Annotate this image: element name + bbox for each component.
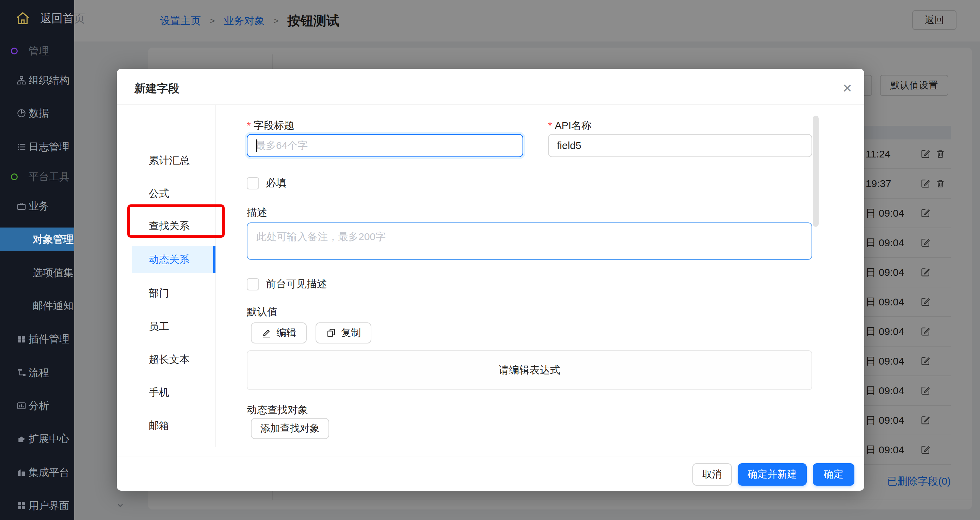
api-name-label: *API名称: [548, 119, 592, 133]
default-value-label: 默认值: [247, 305, 277, 319]
org-icon: [16, 75, 27, 86]
copy-expression-button[interactable]: 复制: [315, 322, 371, 344]
sidebar-item-analytics[interactable]: 分析: [0, 396, 74, 415]
front-visible-checkbox-row: 前台可见描述: [247, 277, 327, 291]
sidebar-item-plugin-management[interactable]: 插件管理: [0, 330, 74, 349]
tab-employee[interactable]: 员工: [132, 313, 215, 340]
bar-chart-icon: [16, 401, 27, 411]
pencil-icon: [261, 328, 272, 338]
sidebar-item-user-interface[interactable]: 用户界面: [0, 496, 74, 515]
field-title-label: *字段标题: [247, 119, 294, 133]
sidebar-item-extension-center[interactable]: 扩展中心: [0, 429, 74, 448]
sidebar-item-org-structure[interactable]: 组织结构: [0, 71, 74, 90]
front-visible-checkbox-label: 前台可见描述: [266, 277, 327, 291]
sidebar-item-option-value-set[interactable]: 选项值集: [0, 263, 74, 282]
tab-dynamic-relation[interactable]: 动态关系: [132, 246, 215, 273]
list-icon: [16, 142, 27, 152]
grid-icon: [16, 501, 27, 511]
tab-integer[interactable]: 整数: [132, 445, 215, 447]
edit-expression-button[interactable]: 编辑: [251, 322, 307, 344]
ring-green-icon: [11, 173, 18, 180]
new-field-modal: 新建字段 ✕ 累计汇总 公式 查找关系 动态关系 部门 员工 超长文本 手机 邮…: [117, 69, 864, 491]
copy-icon: [326, 328, 336, 338]
grid-icon: [16, 334, 27, 344]
modal-body: 累计汇总 公式 查找关系 动态关系 部门 员工 超长文本 手机 邮箱 整数 多选…: [117, 105, 864, 447]
home-icon: [15, 11, 31, 26]
text-caret: [256, 140, 257, 152]
required-checkbox-label: 必填: [266, 176, 286, 190]
tab-email[interactable]: 邮箱: [132, 412, 215, 439]
tab-rollup-summary[interactable]: 累计汇总: [132, 147, 215, 174]
front-visible-checkbox[interactable]: [247, 278, 259, 290]
tabs-divider: [215, 105, 216, 447]
app-root: 返回首页 管理 组织结构 数据 日志管理 平台工具 业务 对象管理: [0, 0, 980, 520]
confirm-and-new-button[interactable]: 确定并新建: [738, 463, 807, 486]
pie-icon: [16, 108, 27, 118]
add-lookup-object-button[interactable]: 添加查找对象: [251, 418, 329, 439]
sidebar-item-object-management[interactable]: 对象管理: [0, 228, 74, 251]
tab-formula[interactable]: 公式: [132, 180, 215, 207]
required-checkbox-row: 必填: [247, 176, 286, 190]
dynamic-lookup-label: 动态查找对象: [247, 403, 308, 417]
tab-long-text[interactable]: 超长文本: [132, 346, 215, 373]
building-icon: [16, 467, 27, 477]
modal-scrollbar-thumb[interactable]: [813, 116, 819, 227]
sidebar-item-business[interactable]: 业务: [0, 197, 74, 216]
tab-mobile[interactable]: 手机: [132, 379, 215, 406]
sidebar: 返回首页 管理 组织结构 数据 日志管理 平台工具 业务 对象管理: [0, 0, 74, 520]
expression-box[interactable]: 请编辑表达式: [247, 350, 812, 390]
sidebar-home[interactable]: 返回首页: [0, 8, 74, 29]
tab-lookup-relation[interactable]: 查找关系: [132, 212, 215, 239]
sidebar-group-admin[interactable]: 管理: [0, 41, 74, 60]
sidebar-item-data[interactable]: 数据: [0, 104, 74, 123]
modal-footer-divider: [117, 456, 864, 457]
tab-department[interactable]: 部门: [132, 279, 215, 307]
puzzle-icon: [16, 434, 27, 444]
sidebar-item-workflow[interactable]: 流程: [0, 363, 74, 382]
description-textarea[interactable]: [247, 222, 812, 260]
flow-icon: [16, 368, 27, 378]
close-icon[interactable]: ✕: [838, 79, 857, 98]
confirm-button[interactable]: 确定: [813, 463, 854, 486]
api-name-input[interactable]: [548, 134, 812, 157]
field-title-input[interactable]: [247, 134, 523, 157]
briefcase-icon: [16, 201, 27, 211]
sidebar-group-platform-tools[interactable]: 平台工具: [0, 167, 74, 186]
ring-purple-icon: [11, 48, 18, 54]
sidebar-item-log-management[interactable]: 日志管理: [0, 137, 74, 157]
sidebar-item-integration-platform[interactable]: 集成平台: [0, 463, 74, 482]
required-checkbox[interactable]: [247, 177, 259, 189]
modal-title: 新建字段: [134, 81, 180, 96]
sidebar-item-mail-notification[interactable]: 邮件通知: [0, 296, 74, 315]
description-label: 描述: [247, 206, 267, 220]
cancel-button[interactable]: 取消: [692, 463, 732, 486]
